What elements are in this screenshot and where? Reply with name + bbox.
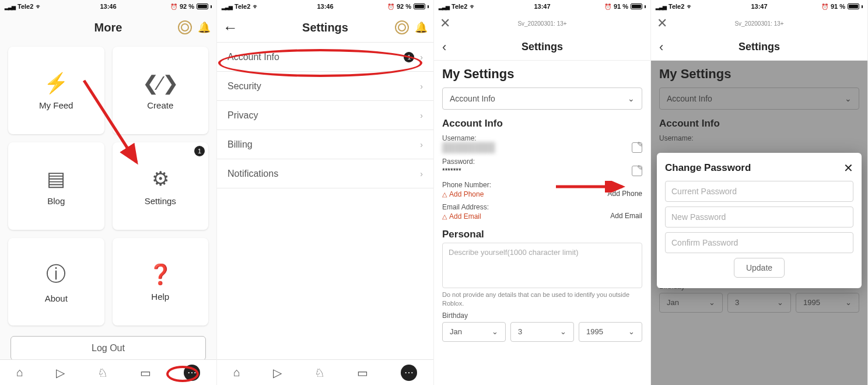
birth-year-select[interactable]: 1995⌄ <box>579 322 642 342</box>
tab-chat-icon[interactable]: ▭ <box>140 366 151 380</box>
status-bar: Tele2 ᯤ 13:46 92 % <box>0 0 216 13</box>
battery-icon <box>197 4 208 9</box>
chevron-down-icon: ⌄ <box>560 327 566 336</box>
row-security[interactable]: Security› <box>217 72 433 101</box>
birth-month-select[interactable]: Jan⌄ <box>442 322 506 342</box>
my-settings-heading: My Settings <box>442 66 642 82</box>
robux-icon[interactable] <box>175 18 195 37</box>
row-label: Billing <box>228 139 253 150</box>
alarm-icon <box>821 3 828 10</box>
birth-day-select[interactable]: 3⌄ <box>510 322 574 342</box>
logout-button[interactable]: Log Out <box>10 336 206 360</box>
tab-avatar-icon[interactable]: ♘ <box>314 366 325 380</box>
status-time: 13:46 <box>317 3 333 10</box>
tab-play-icon[interactable]: ▷ <box>273 366 282 380</box>
battery-pct: 92 % <box>397 3 411 10</box>
badge: 1 <box>404 52 414 62</box>
add-phone-action[interactable]: Add Phone <box>608 190 642 198</box>
wifi-icon: ᯤ <box>253 3 259 10</box>
chevron-right-icon: › <box>420 52 423 62</box>
alarm-icon <box>604 3 611 10</box>
tile-help[interactable]: ❓Help <box>113 238 209 326</box>
tab-bar: ⌂ ▷ ♘ ▭ ⋯ <box>217 359 433 385</box>
describe-textarea[interactable]: Describe yourself(1000 character limit) <box>442 243 642 288</box>
signal-icon <box>222 3 232 10</box>
current-password-input[interactable]: Current Password <box>665 181 853 202</box>
chevron-right-icon: › <box>420 169 423 178</box>
gear-icon: ⚙ <box>152 167 169 190</box>
status-bar: Tele2 ᯤ 13:47 91 % <box>434 0 650 13</box>
tab-chat-icon[interactable]: ▭ <box>357 366 368 380</box>
confirm-password-input[interactable]: Confirm Password <box>665 232 853 253</box>
carrier: Tele2 <box>18 3 33 10</box>
tile-about[interactable]: ⓘAbout <box>8 238 104 326</box>
back-arrow-icon[interactable]: ← <box>223 19 238 37</box>
personal-heading: Personal <box>442 229 642 240</box>
chevron-down-icon: ⌄ <box>492 327 498 336</box>
tile-create[interactable]: ❮∕❯Create <box>113 47 209 134</box>
add-email-action[interactable]: Add Email <box>610 212 642 220</box>
status-bar: Tele2 ᯤ 13:46 92 % <box>217 0 433 13</box>
privacy-hint: Do not provide any details that can be u… <box>442 290 642 308</box>
alarm-icon <box>387 3 394 10</box>
username-value: ████████ <box>442 142 495 153</box>
bell-icon[interactable]: 🔔 <box>415 21 428 34</box>
chevron-right-icon: › <box>420 82 423 91</box>
close-icon[interactable]: ✕ <box>657 16 667 31</box>
edit-password-icon[interactable] <box>632 166 642 176</box>
tile-settings[interactable]: ⚙Settings1 <box>113 142 209 230</box>
row-label: Security <box>228 81 261 92</box>
edit-username-icon[interactable] <box>632 142 642 153</box>
status-time: 13:47 <box>534 3 550 10</box>
tab-bar: ⌂ ▷ ♘ ▭ ⋯ <box>0 359 216 385</box>
tile-label: Create <box>147 100 173 110</box>
row-privacy[interactable]: Privacy› <box>217 101 433 130</box>
tab-more-icon[interactable]: ⋯ <box>401 365 417 381</box>
page-title: Settings <box>302 21 348 34</box>
username-label: Username: <box>442 134 642 142</box>
row-label: Account Info <box>228 52 279 62</box>
tab-more-icon[interactable]: ⋯ <box>184 365 200 381</box>
page-title: More <box>94 21 123 34</box>
robux-icon[interactable] <box>392 18 412 37</box>
nav-title: Settings <box>522 41 563 53</box>
carrier: Tele2 <box>235 3 250 10</box>
tile-my-feed[interactable]: ⚡My Feed <box>8 47 104 134</box>
status-time: 13:46 <box>100 3 116 10</box>
screen-more: Tele2 ᯤ 13:46 92 % More 🔔 ⚡My Feed ❮∕❯Cr… <box>0 0 217 385</box>
nav-title: Settings <box>738 41 780 53</box>
wifi-icon: ᯤ <box>470 3 476 10</box>
add-email-warning: Add Email <box>442 212 481 220</box>
tile-label: My Feed <box>39 100 73 110</box>
tab-home-icon[interactable]: ⌂ <box>233 366 240 379</box>
screen-account-info: Tele2 ᯤ 13:47 91 % ✕ Sv_20200301: 13+ ‹ … <box>434 0 651 385</box>
battery-pct: 91 % <box>831 3 845 10</box>
section-dropdown[interactable]: Account Info⌄ <box>442 88 642 110</box>
password-value: ******* <box>442 167 461 175</box>
bell-icon[interactable]: 🔔 <box>198 21 211 34</box>
back-chevron-icon[interactable]: ‹ <box>659 40 663 55</box>
code-icon: ❮∕❯ <box>142 71 178 94</box>
tile-label: About <box>45 293 68 303</box>
new-password-input[interactable]: New Password <box>665 206 853 228</box>
back-chevron-icon[interactable]: ‹ <box>442 40 446 55</box>
row-billing[interactable]: Billing› <box>217 130 433 159</box>
user-tag: Sv_20200301: 13+ <box>517 20 566 27</box>
add-phone-warning: Add Phone <box>442 190 484 198</box>
signal-icon <box>439 3 449 10</box>
alarm-icon <box>170 3 177 10</box>
tab-play-icon[interactable]: ▷ <box>56 366 65 380</box>
tile-blog[interactable]: ▤Blog <box>8 142 104 230</box>
lightning-icon: ⚡ <box>44 71 68 94</box>
dropdown-value: Account Info <box>450 94 495 103</box>
close-icon[interactable]: ✕ <box>440 16 450 31</box>
row-account-info[interactable]: Account Info1› <box>217 43 433 72</box>
carrier: Tele2 <box>452 3 467 10</box>
update-button[interactable]: Update <box>734 258 785 278</box>
badge: 1 <box>194 146 205 156</box>
row-notifications[interactable]: Notifications› <box>217 159 433 188</box>
row-label: Privacy <box>228 110 258 121</box>
modal-close-icon[interactable]: ✕ <box>844 161 853 175</box>
tab-avatar-icon[interactable]: ♘ <box>97 366 108 380</box>
tab-home-icon[interactable]: ⌂ <box>16 366 23 379</box>
